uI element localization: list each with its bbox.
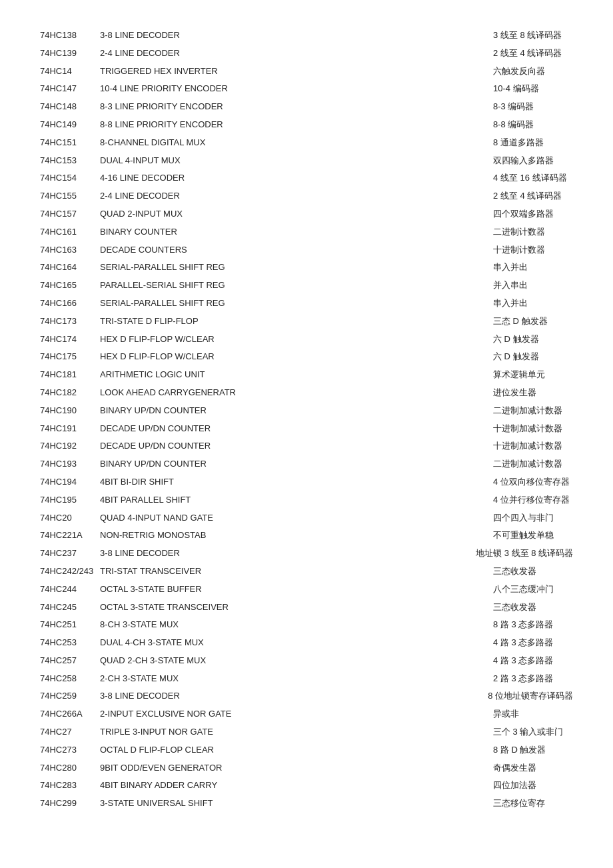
table-row: 74HC1944BIT BI-DIR SHIFT4 位双向移位寄存器: [40, 473, 573, 491]
component-id: 74HC257: [40, 654, 100, 668]
table-row: 74HC266A2-INPUT EXCLUSIVE NOR GATE异或非: [40, 705, 573, 723]
component-id: 74HC174: [40, 333, 100, 347]
component-id: 74HC237: [40, 547, 100, 561]
component-desc-zh: 2 路 3 态多路器: [493, 672, 573, 686]
component-id: 74HC155: [40, 189, 100, 203]
component-desc-zh: 六 D 触发器: [493, 333, 573, 347]
component-id: 74HC139: [40, 47, 100, 61]
component-id: 74HC175: [40, 350, 100, 364]
table-row: 74HC2518-CH 3-STATE MUX8 路 3 态多路器: [40, 616, 573, 634]
component-desc-en: DECADE UP/DN COUNTER: [100, 422, 493, 436]
table-row: 74HC244OCTAL 3-STATE BUFFER八个三态缓冲门: [40, 581, 573, 599]
table-row: 74HC257QUAD 2-CH 3-STATE MUX4 路 3 态多路器: [40, 652, 573, 670]
component-desc-en: BINARY UP/DN COUNTER: [100, 404, 493, 418]
component-id: 74HC280: [40, 761, 100, 775]
table-row: 74HC161BINARY COUNTER二进制计数器: [40, 223, 573, 241]
component-id: 74HC138: [40, 29, 100, 43]
table-row: 74HC221ANON-RETRIG MONOSTAB不可重触发单稳: [40, 527, 573, 545]
table-row: 74HC165PARALLEL-SERIAL SHIFT REG并入串出: [40, 277, 573, 295]
component-id: 74HC258: [40, 672, 100, 686]
component-desc-en: DECADE UP/DN COUNTER: [100, 439, 493, 453]
component-id: 74HC245: [40, 601, 100, 615]
component-desc-zh: 二进制加减计数器: [493, 457, 573, 471]
component-id: 74HC266A: [40, 707, 100, 721]
component-id: 74HC299: [40, 797, 100, 811]
table-row: 74HC173TRI-STATE D FLIP-FLOP三态 D 触发器: [40, 313, 573, 331]
component-desc-zh: 奇偶发生器: [493, 761, 573, 775]
table-row: 74HC2582-CH 3-STATE MUX2 路 3 态多路器: [40, 670, 573, 688]
table-row: 74HC242/243TRI-STAT TRANSCEIVER三态收发器: [40, 563, 573, 581]
component-desc-zh: 二进制计数器: [493, 225, 573, 239]
component-desc-en: DUAL 4-CH 3-STATE MUX: [100, 636, 493, 650]
component-desc-zh: 不可重触发单稳: [493, 529, 573, 543]
component-desc-zh: 十进制加减计数器: [493, 422, 573, 436]
component-id: 74HC27: [40, 725, 100, 739]
component-desc-zh: 2 线至 4 线译码器: [493, 189, 573, 203]
component-desc-en: 2-CH 3-STATE MUX: [100, 672, 493, 686]
table-row: 74HC14TRIGGERED HEX INVERTER六触发反向器: [40, 63, 573, 81]
table-row: 74HC1544-16 LINE DECODER4 线至 16 线译码器: [40, 169, 573, 187]
component-id: 74HC253: [40, 636, 100, 650]
component-desc-zh: 串入并出: [493, 297, 573, 311]
table-row: 74HC191DECADE UP/DN COUNTER十进制加减计数器: [40, 420, 573, 438]
component-desc-zh: 8 路 D 触发器: [493, 743, 573, 757]
component-desc-zh: 并入串出: [493, 279, 573, 293]
component-id: 74HC166: [40, 297, 100, 311]
component-desc-en: 2-4 LINE DECODER: [100, 189, 493, 203]
component-desc-en: OCTAL 3-STATE TRANSCEIVER: [100, 601, 493, 615]
component-id: 74HC244: [40, 583, 100, 597]
component-desc-zh: 六 D 触发器: [493, 350, 573, 364]
table-row: 74HC1383-8 LINE DECODER3 线至 8 线译码器: [40, 27, 573, 45]
component-desc-zh: 8-8 编码器: [493, 118, 573, 132]
table-row: 74HC163DECADE COUNTERS十进制计数器: [40, 241, 573, 259]
table-row: 74HC2593-8 LINE DECODER8 位地址锁寄存译码器: [40, 687, 573, 705]
component-desc-zh: 4 路 3 态多路器: [493, 654, 573, 668]
component-desc-zh: 异或非: [493, 707, 573, 721]
component-desc-zh: 四个双端多路器: [493, 207, 573, 221]
component-id: 74HC195: [40, 493, 100, 507]
component-id: 74HC14: [40, 65, 100, 79]
component-desc-zh: 三态移位寄存: [493, 797, 573, 811]
component-desc-en: TRI-STAT TRANSCEIVER: [100, 565, 493, 579]
component-desc-zh: 8-3 编码器: [493, 100, 573, 114]
component-desc-en: 4-16 LINE DECODER: [100, 171, 493, 185]
component-desc-en: 8-CH 3-STATE MUX: [100, 618, 493, 632]
component-desc-zh: 4 线至 16 线译码器: [493, 171, 573, 185]
component-desc-zh: 三态收发器: [493, 601, 573, 615]
component-id: 74HC148: [40, 100, 100, 114]
component-desc-en: QUAD 2-INPUT MUX: [100, 207, 493, 221]
component-id: 74HC193: [40, 457, 100, 471]
component-id: 74HC173: [40, 315, 100, 329]
component-desc-zh: 十进制计数器: [493, 243, 573, 257]
component-desc-zh: 六触发反向器: [493, 65, 573, 79]
component-desc-en: SERIAL-PARALLEL SHIFT REG: [100, 297, 493, 311]
component-desc-en: TRIGGERED HEX INVERTER: [100, 65, 493, 79]
table-row: 74HC166SERIAL-PARALLEL SHIFT REG串入并出: [40, 295, 573, 313]
table-row: 74HC1954BIT PARALLEL SHIFT4 位并行移位寄存器: [40, 491, 573, 509]
table-row: 74HC1498-8 LINE PRIORITY ENCODER8-8 编码器: [40, 116, 573, 134]
table-row: 74HC2809BIT ODD/EVEN GENERATOR奇偶发生器: [40, 759, 573, 777]
table-row: 74HC193BINARY UP/DN COUNTER二进制加减计数器: [40, 455, 573, 473]
table-row: 74HC273OCTAL D FLIP-FLOP CLEAR8 路 D 触发器: [40, 741, 573, 759]
component-id: 74HC149: [40, 118, 100, 132]
component-desc-en: QUAD 4-INPUT NAND GATE: [100, 511, 493, 525]
component-id: 74HC151: [40, 136, 100, 150]
table-row: 74HC1552-4 LINE DECODER2 线至 4 线译码器: [40, 187, 573, 205]
component-id: 74HC190: [40, 404, 100, 418]
component-id: 74HC153: [40, 154, 100, 168]
component-desc-en: LOOK AHEAD CARRYGENERATR: [100, 386, 493, 400]
component-id: 74HC192: [40, 439, 100, 453]
table-row: 74HC1392-4 LINE DECODER2 线至 4 线译码器: [40, 45, 573, 63]
component-desc-en: 8-8 LINE PRIORITY ENCODER: [100, 118, 493, 132]
component-id: 74HC182: [40, 386, 100, 400]
component-desc-en: HEX D FLIP-FLOP W/CLEAR: [100, 333, 493, 347]
component-desc-en: DECADE COUNTERS: [100, 243, 493, 257]
component-desc-en: 3-STATE UNIVERSAL SHIFT: [100, 797, 493, 811]
component-desc-zh: 进位发生器: [493, 386, 573, 400]
component-id: 74HC242/243: [40, 565, 100, 579]
table-row: 74HC2373-8 LINE DECODER地址锁 3 线至 8 线译码器: [40, 545, 573, 563]
component-desc-zh: 十进制加减计数器: [493, 439, 573, 453]
component-desc-en: 2-4 LINE DECODER: [100, 47, 493, 61]
component-desc-zh: 二进制加减计数器: [493, 404, 573, 418]
component-desc-en: BINARY COUNTER: [100, 225, 493, 239]
